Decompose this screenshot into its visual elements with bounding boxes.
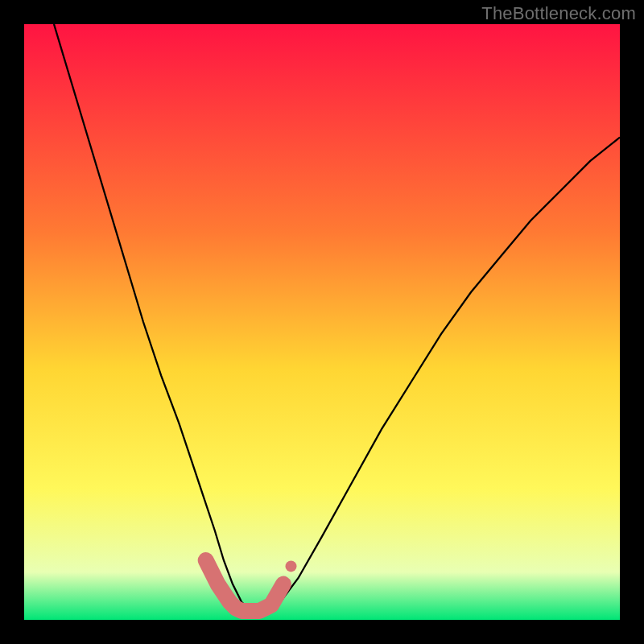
- plot-area: [24, 24, 620, 620]
- marker-dot: [286, 560, 297, 572]
- watermark-text: TheBottleneck.com: [481, 3, 636, 24]
- gradient-background: [24, 24, 620, 620]
- chart-frame: TheBottleneck.com: [0, 0, 644, 644]
- bottleneck-chart: [24, 24, 620, 620]
